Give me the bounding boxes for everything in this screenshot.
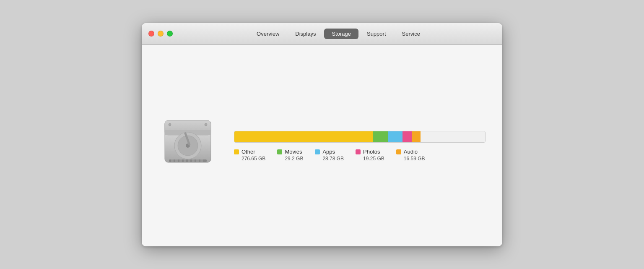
tab-support[interactable]: Support: [359, 29, 394, 39]
legend-size-apps: 28.78 GB: [315, 156, 344, 162]
bar-segment-free: [421, 131, 485, 142]
bar-segment-audio: [412, 131, 421, 142]
storage-legend: Other276.65 GBMovies29.2 GBApps28.78 GBP…: [234, 149, 486, 162]
legend-item-other: Other276.65 GB: [234, 149, 265, 162]
drive-section: [158, 114, 217, 173]
svg-rect-14: [188, 159, 190, 162]
legend-item-audio: Audio16.59 GB: [396, 149, 425, 162]
system-info-window: OverviewDisplaysStorageSupportService: [142, 23, 502, 246]
legend-dot-apps: [315, 149, 320, 154]
tab-overview[interactable]: Overview: [249, 29, 287, 39]
svg-rect-12: [179, 159, 182, 162]
storage-bar: [234, 131, 486, 143]
legend-name-audio: Audio: [404, 149, 418, 155]
legend-dot-photos: [356, 149, 361, 154]
legend-dot-other: [234, 149, 239, 154]
svg-rect-16: [196, 159, 199, 162]
minimize-button[interactable]: [158, 31, 164, 37]
tab-displays[interactable]: Displays: [288, 29, 323, 39]
legend-name-photos: Photos: [363, 149, 380, 155]
svg-rect-13: [184, 159, 186, 162]
hard-drive-icon: [161, 114, 215, 169]
legend-name-other: Other: [242, 149, 255, 155]
tab-storage[interactable]: Storage: [324, 29, 358, 39]
maximize-button[interactable]: [167, 31, 173, 37]
legend-size-movies: 29.2 GB: [277, 156, 303, 162]
bar-segment-other: [234, 131, 373, 142]
svg-rect-10: [171, 159, 174, 162]
legend-dot-movies: [277, 149, 282, 154]
bar-segment-movies: [373, 131, 388, 142]
legend-size-other: 276.65 GB: [234, 156, 265, 162]
svg-point-8: [205, 123, 207, 126]
legend-item-photos: Photos19.25 GB: [356, 149, 384, 162]
svg-rect-15: [192, 159, 195, 162]
bar-segment-photos: [402, 131, 412, 142]
storage-section: Other276.65 GBMovies29.2 GBApps28.78 GBP…: [234, 125, 486, 162]
bar-segment-apps: [388, 131, 402, 142]
legend-name-movies: Movies: [285, 149, 302, 155]
tab-bar: OverviewDisplaysStorageSupportService: [181, 29, 496, 39]
legend-dot-audio: [396, 149, 401, 154]
content-area: Other276.65 GBMovies29.2 GBApps28.78 GBP…: [142, 45, 502, 246]
titlebar: OverviewDisplaysStorageSupportService: [142, 23, 502, 45]
svg-rect-11: [175, 159, 178, 162]
legend-size-audio: 16.59 GB: [396, 156, 425, 162]
legend-item-movies: Movies29.2 GB: [277, 149, 303, 162]
svg-point-7: [169, 123, 171, 126]
legend-size-photos: 19.25 GB: [356, 156, 384, 162]
legend-name-apps: Apps: [322, 149, 335, 155]
legend-item-apps: Apps28.78 GB: [315, 149, 344, 162]
traffic-lights: [148, 31, 173, 37]
svg-rect-17: [200, 159, 203, 162]
close-button[interactable]: [148, 31, 154, 37]
tab-service[interactable]: Service: [395, 29, 428, 39]
